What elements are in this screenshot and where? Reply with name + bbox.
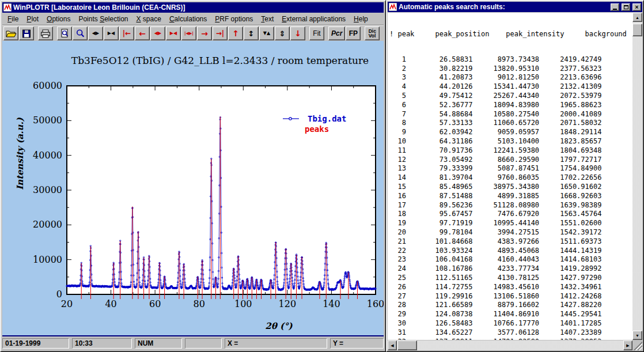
menu-item-options[interactable]: Options — [43, 14, 74, 24]
print-button[interactable] — [38, 27, 53, 40]
full-range-x-button[interactable]: |◀▶| — [181, 27, 196, 40]
status-empty — [185, 338, 222, 349]
svg-text:140: 140 — [323, 298, 340, 309]
scroll-up-icon: ↑ — [232, 29, 239, 37]
scrollbar-left-button[interactable]: ◀ — [388, 340, 397, 350]
scroll-right-end-button[interactable]: →| — [213, 27, 228, 40]
svg-text:40000: 40000 — [33, 150, 62, 161]
status-x-readout: X = — [225, 338, 327, 349]
scrollbar-up-button[interactable]: ▲ — [632, 13, 642, 22]
scroll-right-button[interactable]: → — [197, 27, 212, 40]
peak-row-29: 29 124.08738 11404.86910 1445.29541 — [389, 310, 632, 319]
expand-x-red-icon: ◀▶ — [154, 31, 161, 36]
toolbar: ◀▶▶◀|←←◀▶▶◀|◀▶|→→|↑↕▼▲⇕↓FitPcrFPDicVol — [2, 25, 384, 41]
scroll-up-button[interactable]: ↑ — [228, 27, 243, 40]
expand-x-red-button[interactable]: ◀▶ — [150, 27, 165, 40]
expand-y-button[interactable]: ↕ — [244, 27, 259, 40]
peak-row-14: 14 81.39704 9760.86035 1702.22656 — [389, 173, 632, 183]
menu-item-points-selection[interactable]: Points Selection — [74, 14, 132, 24]
desktop: WinPLOTR [Laboratoire Leon Brillouin (CE… — [0, 0, 644, 352]
peak-row-31: 31 134.65227 3577.06128 1407.23389 — [389, 328, 632, 338]
menu-item-plot[interactable]: Plot — [22, 14, 43, 24]
peak-row-27: 27 119.29916 13106.51860 1412.24268 — [389, 292, 632, 301]
menu-item-help[interactable]: Help — [350, 14, 372, 24]
dicvol-button[interactable]: DicVol — [365, 27, 380, 40]
expand-y-icon: ↕ — [248, 30, 255, 37]
scroll-left-button[interactable]: ← — [135, 27, 150, 40]
resize-grip[interactable] — [632, 340, 642, 350]
fit-button[interactable]: Fit — [309, 27, 324, 40]
minimize-icon — [613, 9, 617, 10]
svg-text:120: 120 — [279, 298, 297, 309]
menu-item-x-space[interactable]: X space — [132, 14, 165, 24]
compress-y-icon: ▼▲ — [263, 31, 270, 36]
horizontal-scrollbar-thumb[interactable] — [397, 340, 417, 350]
scrollbar-right-button[interactable]: ▶ — [623, 340, 632, 350]
peak-row-15: 15 85.48965 38975.34380 1650.91602 — [389, 183, 632, 192]
scroll-left-icon: ← — [139, 29, 146, 37]
maximize-button[interactable] — [622, 3, 630, 11]
svg-text:80: 80 — [194, 298, 205, 309]
floppy-icon — [22, 29, 31, 38]
peak-row-30: 30 126.58483 10766.17770 1401.17285 — [389, 319, 632, 328]
save-button[interactable] — [19, 27, 34, 40]
compress-x-button[interactable]: ▶◀ — [104, 27, 119, 40]
peak-row-22: 22 103.93324 4893.45068 1444.14319 — [389, 247, 632, 256]
full-range-y-button[interactable]: ⇕ — [275, 27, 290, 40]
scroll-down-button[interactable]: ↓ — [290, 27, 305, 40]
svg-text:0: 0 — [56, 289, 62, 300]
scroll-left-end-button[interactable]: |← — [119, 27, 134, 40]
peak-row-6: 6 52.36777 18094.83980 1965.88623 — [389, 101, 632, 110]
main-window-title: WinPLOTR [Laboratoire Leon Brillouin (CE… — [13, 3, 185, 12]
minimize-button[interactable] — [611, 3, 619, 11]
menu-item-calculations[interactable]: Calculations — [165, 14, 211, 24]
svg-text:40: 40 — [105, 298, 116, 309]
svg-text:20: 20 — [61, 298, 73, 309]
maximize-icon — [624, 5, 628, 9]
results-app-icon — [389, 3, 397, 11]
menu-item-text[interactable]: Text — [257, 14, 278, 24]
svg-text:100: 100 — [234, 298, 252, 309]
preview-button[interactable] — [57, 27, 72, 40]
status-bar: 01-19-199910:33NUMX =Y = — [2, 335, 384, 350]
printer-icon — [40, 29, 51, 38]
expand-x-button[interactable]: ◀▶ — [88, 27, 103, 40]
chart-y-axis-label: Intensity (a.u.) — [15, 108, 26, 200]
menu-item-file[interactable]: File — [3, 14, 22, 24]
pcr-button[interactable]: Pcr — [328, 27, 345, 40]
peak-row-18: 18 95.67457 7476.67920 1563.45764 — [389, 210, 632, 219]
close-button[interactable]: × — [632, 3, 641, 11]
scroll-right-end-icon: →| — [216, 30, 224, 37]
peaks-text-area[interactable]: ! peak peak_position peak_intensity back… — [388, 13, 632, 340]
compress-x-red-button[interactable]: ▶◀ — [166, 27, 181, 40]
peak-row-13: 13 79.33399 5087.87451 1754.84900 — [389, 164, 632, 173]
chart-x-axis-label: 2θ (°) — [250, 321, 308, 331]
svg-text:30000: 30000 — [33, 184, 62, 195]
peak-row-5: 5 49.75412 25267.44340 2072.53979 — [389, 92, 632, 101]
results-titlebar[interactable]: Automatic peaks search results: × — [388, 2, 642, 12]
menu-bar: FilePlotOptionsPoints SelectionX spaceCa… — [2, 13, 384, 24]
svg-text:60000: 60000 — [33, 80, 62, 91]
zoom-button[interactable] — [73, 27, 88, 40]
svg-text:50000: 50000 — [33, 115, 62, 126]
main-titlebar[interactable]: WinPLOTR [Laboratoire Leon Brillouin (CE… — [2, 2, 384, 13]
peak-row-3: 3 41.20873 9012.81250 2213.63696 — [389, 73, 632, 82]
legend-series-label: Tbig.dat — [308, 114, 346, 123]
vertical-scrollbar[interactable]: ▲ ▼ — [632, 13, 642, 340]
svg-text:160: 160 — [367, 298, 384, 309]
winplotr-app-icon — [3, 3, 12, 12]
fp-button[interactable]: FP — [346, 27, 361, 40]
scroll-down-icon: ↓ — [294, 29, 301, 37]
horizontal-scrollbar[interactable]: ◀ ▶ — [388, 340, 632, 350]
vertical-scrollbar-thumb[interactable] — [632, 24, 642, 36]
diffraction-chart[interactable]: 2040608010012014016001000020000300004000… — [2, 41, 384, 338]
peak-row-28: 28 121.66589 8879.16602 1427.88220 — [389, 301, 632, 310]
menu-item-prf-options[interactable]: PRF options — [211, 14, 257, 24]
compress-y-button[interactable]: ▼▲ — [259, 27, 274, 40]
scrollbar-down-button[interactable]: ▼ — [632, 331, 642, 340]
peak-row-25: 25 112.51165 4130.78125 1427.97290 — [389, 274, 632, 283]
open-button[interactable] — [3, 27, 18, 40]
menu-item-external-applications[interactable]: External applications — [278, 14, 350, 24]
results-window-title: Automatic peaks search results: — [399, 3, 505, 11]
status-date: 01-19-1999 — [2, 338, 69, 349]
